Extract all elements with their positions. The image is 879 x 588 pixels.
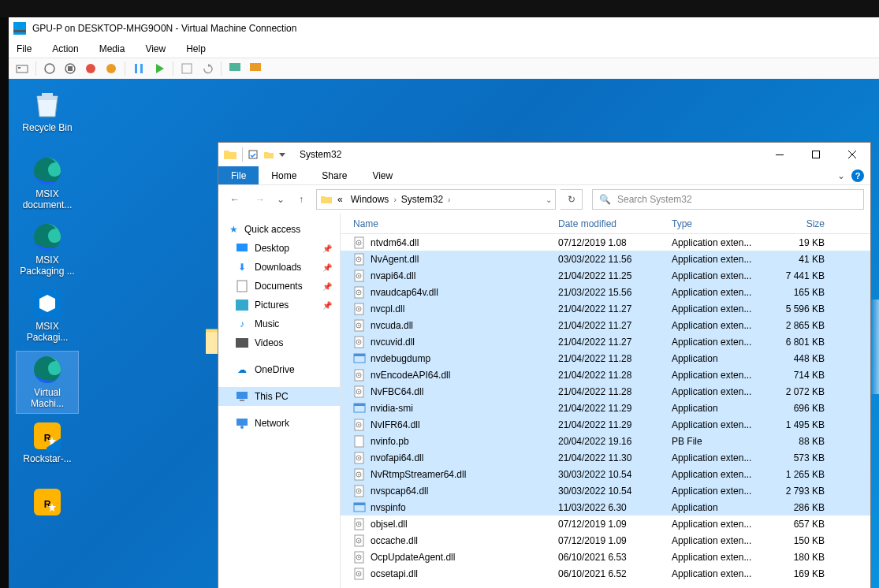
tab-file[interactable]: File [218,166,259,184]
minimize-button[interactable] [762,143,798,166]
desktop-icon[interactable]: Virtual Machi... [17,352,78,413]
svg-rect-29 [776,154,784,155]
nav-pictures[interactable]: Pictures📌 [218,296,340,314]
file-row[interactable]: NvFBC64.dll21/04/2022 11.28Application e… [341,383,870,400]
tb-ctrl-alt-del-icon[interactable] [13,60,31,77]
file-row[interactable]: NvAgent.dll03/03/2022 11.56Application e… [341,251,870,267]
desktop-icon[interactable]: MSIX document... [17,153,78,214]
file-row[interactable]: nvapi64.dll21/04/2022 11.25Application e… [341,267,870,284]
file-row[interactable]: nvspinfo11/03/2022 6.30Application286 KB [341,499,870,515]
tab-home[interactable]: Home [259,166,309,184]
desktop-icon[interactable]: R [17,484,78,545]
file-icon [353,236,366,249]
file-row[interactable]: nvcuda.dll21/04/2022 11.27Application ex… [341,317,870,333]
file-row[interactable]: nvaudcap64v.dll21/03/2022 15.56Applicati… [341,284,870,300]
file-row[interactable]: occache.dll07/12/2019 1.09Application ex… [341,532,870,549]
menu-media[interactable]: Media [99,43,125,54]
file-type: Application exten... [672,254,766,265]
file-row[interactable]: NvIFR64.dll21/04/2022 11.29Application e… [341,416,870,433]
file-row[interactable]: ocsetapi.dll06/10/2021 6.52Application e… [341,565,870,582]
nav-music[interactable]: ♪Music [218,314,340,333]
breadcrumb-system32[interactable]: System32 [398,194,446,205]
col-type[interactable]: Type [672,218,766,229]
folder-icon [223,147,237,162]
recent-dropdown-icon[interactable]: ⌄ [275,189,286,210]
col-size[interactable]: Size [766,218,825,229]
file-type: Application [672,403,766,414]
explorer-titlebar[interactable]: System32 [218,143,870,166]
breadcrumb-prefix[interactable]: « [334,194,346,205]
file-row[interactable]: nvcpl.dll21/04/2022 11.27Application ext… [341,300,870,317]
file-row[interactable]: nvcuvid.dll21/04/2022 11.27Application e… [341,333,870,350]
maximize-button[interactable] [798,143,834,166]
menu-help[interactable]: Help [186,43,206,54]
col-date[interactable]: Date modified [558,218,672,229]
file-icon [353,419,366,431]
search-box[interactable]: 🔍 [592,189,864,210]
file-type: Application exten... [672,370,766,381]
search-input[interactable] [617,194,857,205]
column-headers[interactable]: Name Date modified Type Size [341,214,870,234]
file-row[interactable]: objsel.dll07/12/2019 1.09Application ext… [341,515,870,532]
nav-network[interactable]: Network [218,414,340,433]
address-bar[interactable]: « Windows› System32› ⌄ [316,189,556,210]
forward-button[interactable]: → [250,189,270,210]
qat-properties-icon[interactable] [248,149,259,160]
svg-point-90 [358,540,359,541]
file-date: 07/12/2019 1.09 [558,535,672,546]
menu-file[interactable]: File [17,43,32,54]
tb-turnoff-icon[interactable] [61,60,79,77]
nav-desktop[interactable]: Desktop📌 [218,239,340,258]
file-row[interactable]: ntvdm64.dll07/12/2019 1.08Application ex… [341,234,870,251]
file-row[interactable]: nvspcap64.dll30/03/2022 10.54Application… [341,482,870,499]
guest-desktop[interactable]: Recycle BinMSIX document...MSIX Packagin… [9,79,879,588]
file-rows[interactable]: ntvdm64.dll07/12/2019 1.08Application ex… [341,234,870,588]
file-row[interactable]: nvdebugdump21/04/2022 11.28Application44… [341,350,870,367]
file-row[interactable]: OcpUpdateAgent.dll06/10/2021 6.53Applica… [341,549,870,565]
help-icon[interactable]: ? [851,169,864,182]
tb-reset-icon[interactable] [151,60,168,77]
nav-onedrive[interactable]: ☁OneDrive [218,360,340,379]
file-row[interactable]: nvEncodeAPI64.dll21/04/2022 11.28Applica… [341,367,870,383]
tab-view[interactable]: View [359,166,405,184]
file-row[interactable]: nvidia-smi21/04/2022 11.29Application696… [341,400,870,416]
file-row[interactable]: nvinfo.pb20/04/2022 19.16PB File88 KB [341,433,870,449]
nav-documents[interactable]: Documents📌 [218,277,340,296]
desktop-icon[interactable]: RRockstar-... [17,418,78,479]
explorer-window: System32 File Home Share View ⌄ ? ← [218,142,871,588]
back-button[interactable]: ← [225,189,245,210]
qat-dropdown-icon[interactable] [279,151,285,158]
menu-view[interactable]: View [145,43,166,54]
svg-point-44 [358,259,359,260]
nav-videos[interactable]: Videos [218,333,340,352]
file-row[interactable]: NvRtmpStreamer64.dll30/03/2022 10.54Appl… [341,466,870,482]
tb-pause-icon[interactable] [130,60,147,77]
qat-newfolder-icon[interactable] [263,149,274,160]
close-button[interactable] [834,143,870,166]
nav-quick-access[interactable]: ★Quick access [218,220,340,239]
vmc-titlebar[interactable]: GPU-P on DESKTOP-MHG9O0N - Virtual Machi… [9,17,879,39]
nav-this-pc[interactable]: This PC [218,387,340,406]
address-dropdown-icon[interactable]: ⌄ [546,195,552,204]
ribbon-expand-icon[interactable]: ⌄ [837,170,845,181]
nav-downloads[interactable]: ⬇Downloads📌 [218,258,340,277]
tab-share[interactable]: Share [309,166,359,184]
file-name: nvcuda.dll [371,320,558,331]
up-button[interactable]: ↑ [291,189,311,210]
tb-start-icon[interactable] [41,60,58,77]
tb-share-icon[interactable] [247,60,264,77]
file-type: Application exten... [672,237,766,248]
menu-action[interactable]: Action [52,43,78,54]
tb-save-icon[interactable] [102,60,120,77]
tb-checkpoint-icon[interactable] [178,60,196,77]
tb-enhanced-icon[interactable] [226,60,244,77]
desktop-icon[interactable]: MSIX Packaging ... [17,219,78,281]
desktop-icon[interactable]: Recycle Bin [17,87,78,148]
breadcrumb-windows[interactable]: Windows [348,194,393,205]
tb-revert-icon[interactable] [199,60,216,77]
refresh-button[interactable]: ↻ [561,189,583,210]
file-row[interactable]: nvofapi64.dll21/04/2022 11.30Application… [341,449,870,466]
tb-shutdown-icon[interactable] [82,60,99,77]
col-name[interactable]: Name [353,218,558,229]
desktop-icon[interactable]: MSIX Packagi... [17,285,78,347]
